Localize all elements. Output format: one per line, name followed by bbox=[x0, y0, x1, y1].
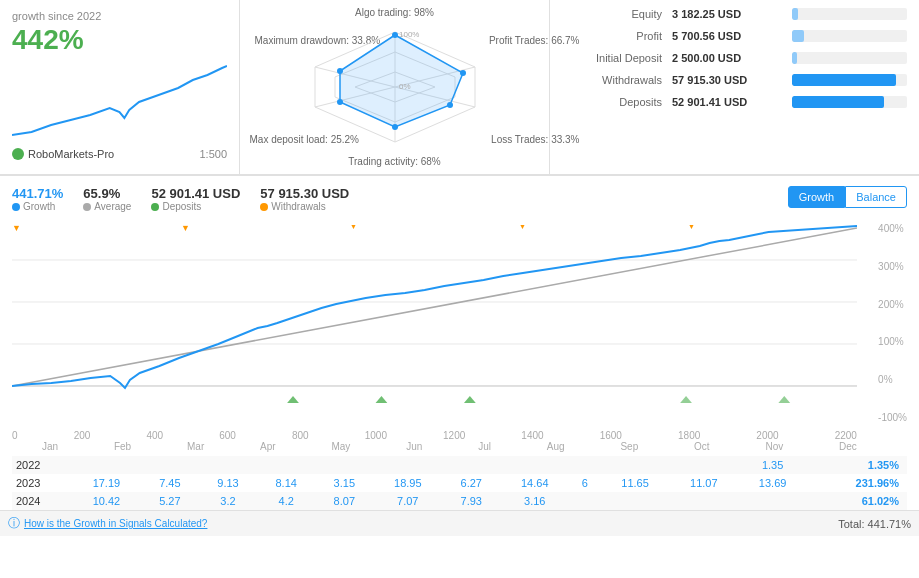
main-chart-area: ▼ ▼ ▼ ▼ ▼ bbox=[12, 218, 907, 428]
svg-point-9 bbox=[447, 102, 453, 108]
x-num-1800: 1800 bbox=[678, 430, 700, 441]
account-info: RoboMarkets-Pro 1:500 bbox=[12, 148, 227, 160]
how-calculated-link[interactable]: How is the Growth in Signals Calculated? bbox=[24, 518, 207, 529]
val-2023-nov: 11.07 bbox=[669, 474, 738, 492]
y-label-200: 200% bbox=[878, 299, 907, 310]
val-2023-jun: 18.95 bbox=[373, 474, 442, 492]
chart-stat-withdrawals-label: Withdrawals bbox=[260, 201, 349, 212]
stat-row-profit: Profit 5 700.56 USD bbox=[562, 30, 907, 42]
x-month-dec: Dec bbox=[839, 441, 857, 452]
account-name: RoboMarkets-Pro bbox=[28, 148, 114, 160]
y-label-100: 100% bbox=[878, 336, 907, 347]
x-num-2000: 2000 bbox=[756, 430, 778, 441]
radar-label-top: Algo trading: 98% bbox=[355, 7, 434, 18]
chart-stat-growth-value: 441.71% bbox=[12, 186, 63, 201]
stat-row-equity: Equity 3 182.25 USD bbox=[562, 8, 907, 20]
val-2023-apr: 8.14 bbox=[257, 474, 315, 492]
svg-marker-22 bbox=[464, 396, 476, 403]
chart-stat-deposits: 52 901.41 USD Deposits bbox=[151, 186, 240, 212]
x-num-1400: 1400 bbox=[521, 430, 543, 441]
withdrawals-dot-icon bbox=[260, 203, 268, 211]
total-value: 441.71% bbox=[868, 518, 911, 530]
stat-row-initial: Initial Deposit 2 500.00 USD bbox=[562, 52, 907, 64]
total-label: Total: bbox=[838, 518, 867, 530]
val-2023-mar: 9.13 bbox=[199, 474, 257, 492]
stat-bar-initial bbox=[792, 52, 907, 64]
x-month-aug: Aug bbox=[547, 441, 565, 452]
account-badge: RoboMarkets-Pro bbox=[12, 148, 114, 160]
x-num-800: 800 bbox=[292, 430, 309, 441]
val-2023-may: 3.15 bbox=[315, 474, 373, 492]
leverage-label: 1:500 bbox=[199, 148, 227, 160]
table-row-2024: 2024 10.42 5.27 3.2 4.2 8.07 7.07 7.93 3… bbox=[12, 492, 907, 510]
radar-label-bottom: Trading activity: 68% bbox=[348, 156, 440, 167]
val-2024-mar: 3.2 bbox=[199, 492, 257, 510]
x-num-600: 600 bbox=[219, 430, 236, 441]
val-2022-dec: 1.35 bbox=[738, 456, 807, 474]
chart-section: 441.71% Growth 65.9% Average 52 901.41 U… bbox=[0, 175, 919, 510]
chart-stat-withdrawals: 57 915.30 USD Withdrawals bbox=[260, 186, 349, 212]
stat-value-profit: 5 700.56 USD bbox=[672, 30, 792, 42]
val-2023-sep: 6 bbox=[569, 474, 601, 492]
x-num-1200: 1200 bbox=[443, 430, 465, 441]
svg-point-8 bbox=[460, 70, 466, 76]
stat-label-initial: Initial Deposit bbox=[562, 52, 672, 64]
svg-line-25 bbox=[12, 228, 857, 386]
y-label-0: 0% bbox=[878, 374, 907, 385]
chart-stats: 441.71% Growth 65.9% Average 52 901.41 U… bbox=[12, 186, 349, 212]
val-2024-aug: 3.16 bbox=[500, 492, 569, 510]
table-row-2023: 2023 17.19 7.45 9.13 8.14 3.15 18.95 6.2… bbox=[12, 474, 907, 492]
stat-row-deposits: Deposits 52 901.41 USD bbox=[562, 96, 907, 108]
x-month-sep: Sep bbox=[620, 441, 638, 452]
chart-stat-growth: 441.71% Growth bbox=[12, 186, 63, 212]
chart-stat-average: 65.9% Average bbox=[83, 186, 131, 212]
stat-value-deposits: 52 901.41 USD bbox=[672, 96, 792, 108]
val-2024-jun: 7.07 bbox=[373, 492, 442, 510]
chart-stat-growth-label: Growth bbox=[12, 201, 63, 212]
stat-bar-profit bbox=[792, 30, 907, 42]
val-2023-oct: 11.65 bbox=[601, 474, 670, 492]
stat-value-equity: 3 182.25 USD bbox=[672, 8, 792, 20]
total-2023: 231.96% bbox=[807, 474, 907, 492]
svg-text:100%: 100% bbox=[399, 30, 419, 39]
total-2022: 1.35% bbox=[807, 456, 907, 474]
main-chart-svg bbox=[12, 218, 857, 428]
stat-row-withdrawals: Withdrawals 57 915.30 USD bbox=[562, 74, 907, 86]
chart-stat-average-value: 65.9% bbox=[83, 186, 131, 201]
val-2024-feb: 5.27 bbox=[141, 492, 199, 510]
x-month-may: May bbox=[331, 441, 350, 452]
year-2024: 2024 bbox=[12, 492, 72, 510]
chart-controls: 441.71% Growth 65.9% Average 52 901.41 U… bbox=[12, 186, 907, 212]
growth-since-label: growth since 2022 bbox=[12, 10, 227, 22]
toggle-balance-button[interactable]: Balance bbox=[845, 186, 907, 208]
growth-dot-icon bbox=[12, 203, 20, 211]
stat-label-equity: Equity bbox=[562, 8, 672, 20]
x-month-jul: Jul bbox=[478, 441, 491, 452]
stat-value-initial: 2 500.00 USD bbox=[672, 52, 792, 64]
x-axis-numbers: 0 200 400 600 800 1000 1200 1400 1600 18… bbox=[12, 430, 907, 441]
svg-text:0%: 0% bbox=[399, 82, 411, 91]
performance-table: 2022 1.35 1.35% bbox=[12, 456, 907, 510]
total-2024: 61.02% bbox=[807, 492, 907, 510]
average-dot-icon bbox=[83, 203, 91, 211]
val-2023-dec: 13.69 bbox=[738, 474, 807, 492]
table-row-2022: 2022 1.35 1.35% bbox=[12, 456, 907, 474]
stat-bar-equity bbox=[792, 8, 907, 20]
deposits-dot-icon bbox=[151, 203, 159, 211]
chart-stat-average-label: Average bbox=[83, 201, 131, 212]
x-month-jun: Jun bbox=[406, 441, 422, 452]
x-num-200: 200 bbox=[74, 430, 91, 441]
svg-point-12 bbox=[337, 68, 343, 74]
radar-svg: 100% 0% bbox=[285, 27, 505, 147]
x-num-1600: 1600 bbox=[600, 430, 622, 441]
toggle-growth-button[interactable]: Growth bbox=[788, 186, 845, 208]
svg-point-11 bbox=[337, 99, 343, 105]
svg-marker-6 bbox=[340, 35, 463, 127]
stat-bar-deposits bbox=[792, 96, 907, 108]
stat-label-withdrawals: Withdrawals bbox=[562, 74, 672, 86]
val-2023-jan: 17.19 bbox=[72, 474, 141, 492]
svg-marker-20 bbox=[287, 396, 299, 403]
stat-value-withdrawals: 57 915.30 USD bbox=[672, 74, 792, 86]
chart-stat-withdrawals-value: 57 915.30 USD bbox=[260, 186, 349, 201]
val-2024-apr: 4.2 bbox=[257, 492, 315, 510]
